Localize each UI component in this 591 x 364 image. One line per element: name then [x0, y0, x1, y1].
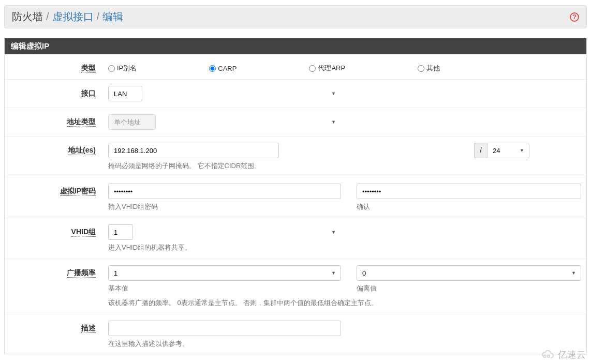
adv-base-help: 基本值 [108, 284, 341, 293]
breadcrumb-edit[interactable]: 编辑 [102, 10, 123, 24]
panel-title: 编辑虚拟IP [5, 38, 586, 54]
vhid-select[interactable]: 1 [108, 224, 133, 240]
breadcrumb: 防火墙 / 虚拟接口 / 编辑 [12, 10, 123, 24]
cidr-separator: / [474, 143, 487, 158]
radio-other-input[interactable] [418, 65, 424, 72]
password-confirm-help: 确认 [357, 202, 581, 211]
row-interface: 接口 LAN [5, 79, 586, 108]
row-address: 地址(es) / 24 掩码必须是网络的子网掩码。 它不指定CIDR范围。 [5, 136, 586, 177]
svg-point-1 [548, 355, 550, 358]
radio-proxyarp-input[interactable] [309, 65, 316, 72]
row-descr: 描述 在这里输入描述以供参考。 [5, 314, 586, 355]
adv-skew-select[interactable]: 0 [357, 265, 581, 281]
adv-skew-help: 偏离值 [357, 284, 581, 293]
password-confirm-input[interactable] [357, 184, 581, 199]
help-icon[interactable]: ? [570, 12, 579, 22]
breadcrumb-firewall: 防火墙 [12, 10, 43, 24]
label-addr-type: 地址类型 [67, 117, 96, 127]
radio-carp[interactable]: CARP [209, 64, 237, 73]
address-input[interactable] [108, 143, 279, 158]
page-header: 防火墙 / 虚拟接口 / 编辑 ? [4, 5, 587, 28]
radio-ipalias[interactable]: IP别名 [108, 64, 137, 73]
svg-point-0 [543, 355, 546, 358]
row-vhid: VHID组 1 进入VHID组的机器将共享。 [5, 218, 586, 259]
row-addr-type: 地址类型 单个地址 [5, 108, 586, 136]
descr-input[interactable] [108, 321, 341, 336]
cidr-select[interactable]: 24 [487, 143, 529, 158]
adv-desc-help: 该机器将广播的频率。 0表示通常是主节点。 否则，集群中两个值的最低组合确定主节… [108, 298, 581, 308]
type-radio-group: IP别名 CARP 代理ARP 其他 [108, 60, 581, 73]
radio-other[interactable]: 其他 [418, 64, 440, 73]
label-descr: 描述 [81, 324, 96, 333]
password-input[interactable] [108, 184, 341, 199]
label-type: 类型 [81, 64, 96, 73]
radio-carp-input[interactable] [209, 65, 216, 72]
breadcrumb-virtual-ip[interactable]: 虚拟接口 [52, 10, 94, 24]
edit-vip-panel: 编辑虚拟IP 类型 IP别名 CARP 代理ARP [4, 38, 587, 355]
vhid-help: 进入VHID组的机器将共享。 [108, 243, 581, 252]
password-help: 输入VHID组密码 [108, 202, 341, 211]
label-adv: 广播频率 [67, 268, 96, 278]
label-address: 地址(es) [68, 146, 96, 155]
descr-help: 在这里输入描述以供参考。 [108, 339, 581, 348]
row-adv: 广播频率 1 基本值 0 [5, 259, 586, 314]
addr-type-select: 单个地址 [108, 114, 156, 130]
watermark: 亿速云 [539, 348, 586, 361]
cloud-icon [539, 350, 555, 360]
adv-base-select[interactable]: 1 [108, 265, 341, 281]
label-password: 虚拟IP密码 [60, 187, 96, 196]
radio-proxyarp[interactable]: 代理ARP [309, 64, 345, 73]
radio-ipalias-input[interactable] [108, 65, 115, 72]
interface-select[interactable]: LAN [108, 86, 142, 101]
label-interface: 接口 [81, 89, 96, 98]
row-type: 类型 IP别名 CARP 代理ARP [5, 54, 586, 79]
address-help: 掩码必须是网络的子网掩码。 它不指定CIDR范围。 [108, 161, 581, 171]
row-password: 虚拟IP密码 输入VHID组密码 确认 [5, 177, 586, 218]
label-vhid: VHID组 [71, 228, 96, 237]
